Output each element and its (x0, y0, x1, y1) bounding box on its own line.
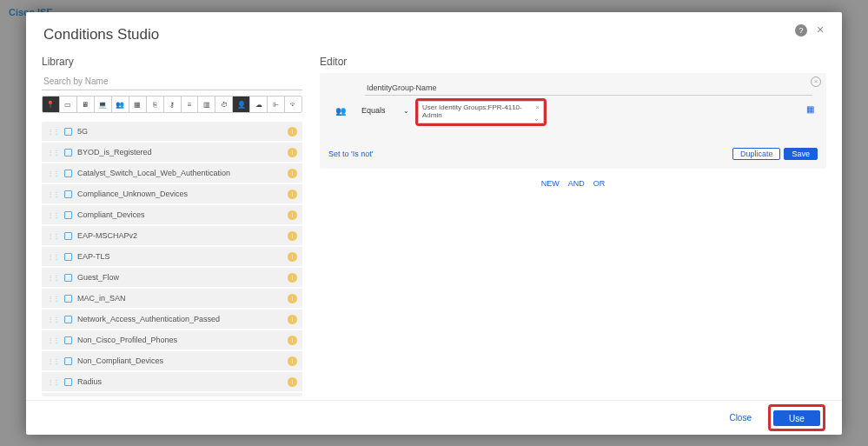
drag-handle-icon[interactable]: ⋮⋮ (47, 253, 59, 261)
drag-handle-icon[interactable]: ⋮⋮ (47, 274, 59, 282)
drag-handle-icon[interactable]: ⋮⋮ (47, 232, 59, 240)
filter-display[interactable]: 💻 (95, 97, 112, 112)
save-button[interactable]: Save (784, 148, 818, 160)
list-icon: ▭ (64, 101, 71, 109)
filter-chart[interactable]: ⊩ (268, 97, 285, 112)
library-item[interactable]: ⋮⋮Radiusi (42, 372, 302, 391)
drag-handle-icon[interactable]: ⋮⋮ (47, 316, 59, 323)
drag-handle-icon[interactable]: ⋮⋮ (47, 149, 59, 156)
logic-and[interactable]: AND (568, 179, 585, 188)
info-icon[interactable]: i (288, 377, 297, 387)
library-item[interactable]: ⋮⋮Non_Compliant_Devicesi (42, 351, 302, 370)
close-icon[interactable]: × (814, 24, 826, 37)
operator-select[interactable]: Equals ⌄ (361, 101, 409, 115)
library-item[interactable]: ⋮⋮EAP-TLSi (42, 247, 302, 266)
info-icon[interactable]: i (288, 336, 297, 345)
library-item[interactable]: ⋮⋮Non_Cisco_Profiled_Phonesi (42, 330, 302, 349)
library-item[interactable]: ⋮⋮Switch_Local_Web_Authenticationi (42, 393, 302, 396)
info-icon[interactable]: i (288, 356, 297, 366)
filter-pin[interactable]: 📍 (43, 97, 60, 112)
drag-handle-icon[interactable]: ⋮⋮ (47, 211, 59, 219)
chevron-down-icon: ⌄ (533, 115, 540, 123)
person-icon: 👤 (237, 101, 246, 109)
library-heading: Library (42, 56, 302, 68)
library-item[interactable]: ⋮⋮5Gi (42, 122, 302, 141)
library-item[interactable]: ⋮⋮Network_Access_Authentication_Passedi (42, 310, 302, 329)
drag-handle-icon[interactable]: ⋮⋮ (47, 378, 59, 386)
duplicate-button[interactable]: Duplicate (732, 148, 781, 160)
library-item[interactable]: ⋮⋮Compliant_Devicesi (42, 205, 302, 224)
condition-icon (64, 211, 72, 219)
set-to-is-not-link[interactable]: Set to 'Is not' (328, 150, 373, 158)
use-button[interactable]: Use (773, 410, 820, 426)
attribute-input[interactable] (365, 81, 812, 96)
filter-group[interactable]: 👥 (112, 97, 129, 112)
filter-grid[interactable]: ▥ (198, 97, 215, 112)
filter-cloud[interactable]: ☁ (250, 97, 268, 112)
filter-key[interactable]: ⚷ (164, 97, 182, 112)
condition-icon (64, 357, 72, 365)
library-item[interactable]: ⋮⋮EAP-MSCHAPv2i (42, 226, 302, 245)
conditions-studio-modal: ? × Conditions Studio Library 📍▭🖥💻👥▦⎘⚷≡▥… (26, 12, 842, 435)
library-item[interactable]: ⋮⋮BYOD_is_Registeredi (42, 143, 302, 162)
wifi-icon: ᯤ (290, 101, 297, 109)
info-icon[interactable]: i (288, 127, 297, 136)
filter-port[interactable]: ⎘ (147, 97, 164, 112)
drag-handle-icon[interactable]: ⋮⋮ (47, 170, 59, 177)
library-search-input[interactable] (42, 73, 302, 90)
info-icon[interactable]: i (288, 252, 297, 262)
drag-handle-icon[interactable]: ⋮⋮ (47, 190, 59, 198)
filter-device[interactable]: ▦ (129, 97, 147, 112)
help-icon[interactable]: ? (795, 24, 807, 37)
monitor-icon: 🖥 (82, 101, 89, 109)
condition-icon (64, 253, 72, 261)
filter-radius[interactable]: ≡ (182, 97, 199, 112)
info-icon[interactable]: i (288, 169, 297, 178)
cloud-icon: ☁ (255, 101, 262, 109)
info-icon[interactable]: i (288, 273, 297, 283)
info-icon[interactable]: i (288, 210, 297, 220)
info-icon[interactable]: i (288, 294, 297, 303)
library-item[interactable]: ⋮⋮Guest_Flowi (42, 268, 302, 287)
filter-wifi[interactable]: ᯤ (285, 97, 301, 112)
filter-list[interactable]: ▭ (60, 97, 77, 112)
condition-icon (64, 170, 72, 177)
value-select[interactable]: User Identity Groups:FPR-4110-Admin × ⌄ (418, 101, 544, 123)
identity-group-icon: 👥 (328, 101, 353, 116)
clear-value-icon[interactable]: × (535, 103, 540, 111)
logic-new[interactable]: NEW (541, 179, 560, 188)
grid-view-icon[interactable]: ▦ (806, 104, 814, 114)
info-icon[interactable]: i (288, 190, 297, 199)
modal-footer: Close Use (26, 400, 842, 435)
filter-person[interactable]: 👤 (233, 97, 250, 112)
condition-icon (64, 274, 72, 282)
drag-handle-icon[interactable]: ⋮⋮ (47, 128, 59, 136)
filter-monitor[interactable]: 🖥 (77, 97, 95, 112)
drag-handle-icon[interactable]: ⋮⋮ (47, 357, 59, 365)
library-item-label: MAC_in_SAN (77, 294, 282, 303)
logic-operators: NEW AND OR (320, 179, 826, 188)
close-button[interactable]: Close (724, 412, 757, 423)
library-item-label: Compliance_Unknown_Devices (77, 190, 282, 198)
library-item-label: Radius (77, 377, 282, 386)
operator-value: Equals (361, 106, 386, 115)
condition-icon (64, 336, 72, 344)
condition-icon (64, 316, 72, 323)
key-icon: ⚷ (169, 101, 175, 109)
filter-clock[interactable]: ⏱ (215, 97, 233, 112)
library-item[interactable]: ⋮⋮Compliance_Unknown_Devicesi (42, 184, 302, 203)
info-icon[interactable]: i (288, 315, 297, 324)
library-item[interactable]: ⋮⋮Catalyst_Switch_Local_Web_Authenticati… (42, 163, 302, 183)
drag-handle-icon[interactable]: ⋮⋮ (47, 336, 59, 344)
clear-condition-icon[interactable]: × (811, 77, 821, 87)
info-icon[interactable]: i (288, 231, 297, 241)
logic-or[interactable]: OR (593, 179, 606, 188)
library-item-label: Compliant_Devices (77, 210, 282, 219)
library-item-label: Non_Cisco_Profiled_Phones (77, 336, 282, 344)
device-icon: ▦ (134, 101, 141, 109)
library-item-label: BYOD_is_Registered (77, 148, 282, 156)
condition-icon (64, 128, 72, 136)
library-item[interactable]: ⋮⋮MAC_in_SANi (42, 289, 302, 308)
drag-handle-icon[interactable]: ⋮⋮ (47, 295, 59, 303)
info-icon[interactable]: i (288, 148, 297, 157)
